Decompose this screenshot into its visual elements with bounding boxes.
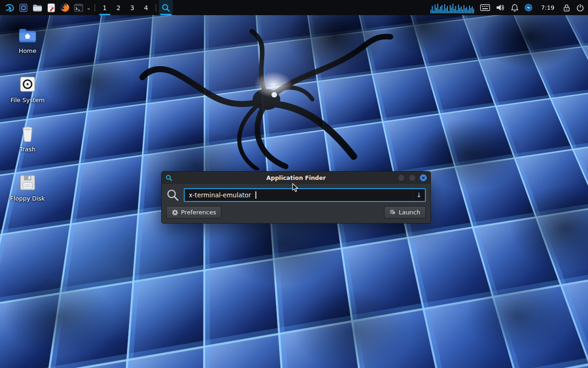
power-icon[interactable]	[576, 4, 584, 12]
gear-icon	[172, 209, 178, 216]
panel-separator	[95, 4, 95, 12]
system-tray: 7:19	[430, 2, 584, 13]
dropdown-arrow-icon[interactable]: ↓	[413, 189, 425, 201]
mouse-cursor	[292, 183, 300, 192]
firefox-launcher[interactable]	[58, 0, 72, 15]
search-icon	[166, 189, 179, 201]
preferences-button[interactable]: Preferences	[166, 206, 221, 218]
preferences-label: Preferences	[181, 209, 216, 216]
workspace-button-1[interactable]: 1	[98, 0, 112, 15]
desktop-icon-trash[interactable]: Trash	[6, 124, 50, 153]
text-caret	[255, 191, 256, 199]
trash-can-icon	[20, 124, 35, 143]
window-controls: ×	[398, 174, 427, 181]
window-title: Application Finder	[162, 174, 430, 181]
file-system-drive-icon	[19, 75, 36, 93]
close-icon: ×	[421, 175, 425, 180]
desktop-root: ⌄ 1 2 3 4	[0, 0, 588, 368]
panel-clock[interactable]: 7:19	[538, 4, 557, 11]
search-input-text: x-terminal-emulator	[189, 191, 251, 199]
volume-icon[interactable]	[496, 4, 505, 12]
app-finder-icon	[161, 3, 170, 12]
text-editor-launcher[interactable]	[44, 0, 58, 15]
desktop-icon-label: File System	[11, 97, 45, 104]
home-folder-icon	[18, 26, 37, 44]
window-app-icon	[165, 174, 173, 182]
desktop-icon-floppy-disk[interactable]: Floppy Disk	[6, 173, 50, 202]
workspace-button-2[interactable]: 2	[112, 0, 125, 15]
terminal-icon	[74, 4, 83, 12]
panel-separator	[156, 4, 156, 12]
audio-visualizer[interactable]	[430, 2, 474, 13]
notifications-bell-icon[interactable]	[511, 4, 519, 12]
app-finder-launcher[interactable]	[159, 0, 173, 15]
window-titlebar[interactable]: Application Finder ×	[162, 172, 430, 184]
lock-screen-icon[interactable]	[563, 4, 570, 12]
desktop-icon-label: Floppy Disk	[10, 195, 45, 202]
desktop-icon-file-system[interactable]: File System	[6, 75, 50, 104]
text-editor-icon	[47, 3, 55, 12]
file-manager-icon	[33, 4, 42, 12]
workspace-button-3[interactable]: 3	[125, 0, 139, 15]
minimize-button[interactable]	[398, 174, 405, 181]
launch-button[interactable]: Launch	[384, 206, 426, 218]
kali-menu-icon	[5, 3, 15, 13]
search-input[interactable]: x-terminal-emulator ↓	[184, 188, 426, 202]
terminal-dropdown-chevron-icon[interactable]: ⌄	[85, 0, 92, 15]
desktop-icon-label: Home	[19, 47, 36, 54]
maximize-button[interactable]	[409, 174, 416, 181]
top-panel: ⌄ 1 2 3 4	[0, 0, 588, 15]
workspace-button-4[interactable]: 4	[139, 0, 153, 15]
show-desktop-icon	[19, 3, 28, 12]
launch-run-icon	[390, 209, 396, 216]
firefox-icon	[60, 3, 70, 12]
show-desktop-button[interactable]	[17, 0, 30, 15]
updates-status-icon[interactable]	[525, 4, 532, 12]
close-button[interactable]: ×	[420, 174, 427, 181]
floppy-disk-icon	[19, 173, 36, 192]
dialog-buttons: Preferences Launch	[166, 206, 426, 218]
terminal-launcher[interactable]	[72, 0, 85, 15]
application-finder-window: Application Finder × x-terminal-emulator…	[161, 171, 431, 224]
desktop-icon-home[interactable]: Home	[6, 26, 50, 54]
desktop-icon-label: Trash	[20, 146, 35, 153]
launch-label: Launch	[399, 209, 420, 216]
applications-menu-button[interactable]	[3, 0, 17, 15]
keyboard-icon[interactable]	[480, 4, 490, 11]
file-manager-launcher[interactable]	[30, 0, 44, 15]
